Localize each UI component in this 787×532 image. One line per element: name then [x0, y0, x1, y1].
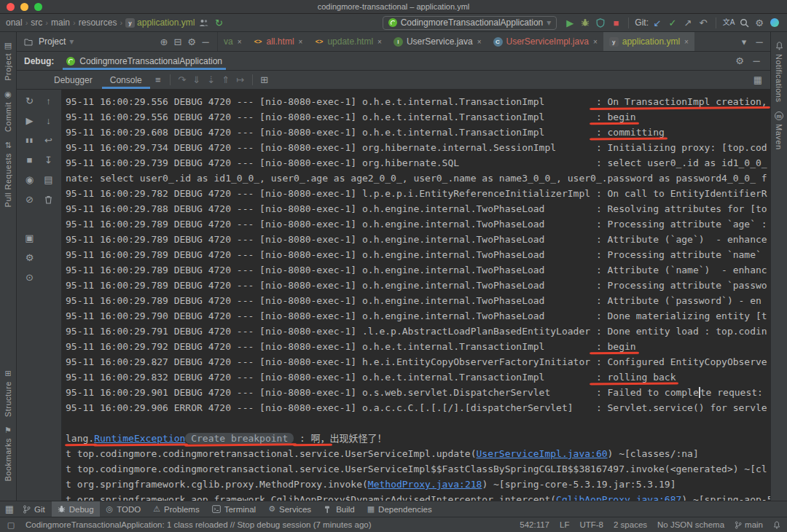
- project-panel-header[interactable]: Project ▾ ⊕ ⊟ ⚙ ─: [17, 32, 218, 51]
- mute-breakpoints-icon[interactable]: ⊘: [23, 193, 36, 206]
- editor-tab[interactable]: C UserServiceImpl.java ×: [488, 32, 603, 51]
- run-button[interactable]: ▶: [563, 16, 576, 29]
- settings-sync-icon[interactable]: [768, 16, 781, 29]
- rerun-icon[interactable]: ↻: [23, 95, 36, 107]
- breadcrumb-item-file[interactable]: application.yml: [137, 17, 195, 28]
- hide-editor-icon[interactable]: ─: [753, 35, 766, 48]
- panel-settings-icon[interactable]: ⚙: [733, 55, 746, 68]
- settings-icon[interactable]: ⚙: [753, 16, 766, 29]
- zoom-window-button[interactable]: [34, 3, 42, 11]
- close-window-button[interactable]: [7, 3, 15, 11]
- search-icon[interactable]: [737, 16, 751, 29]
- chevron-down-icon[interactable]: ▾: [69, 36, 74, 47]
- git-branch-widget[interactable]: main: [735, 520, 763, 529]
- commit-icon[interactable]: ✓: [666, 16, 679, 29]
- close-tab-icon[interactable]: ×: [477, 38, 482, 46]
- editor-tab[interactable]: va ×: [218, 32, 248, 51]
- step-over-icon[interactable]: ↷: [176, 74, 189, 87]
- restore-layout-icon[interactable]: ⊞: [258, 74, 271, 87]
- step-out-icon[interactable]: ⇑: [219, 74, 232, 87]
- update-project-icon[interactable]: ↙: [651, 16, 664, 29]
- debug-session-tab[interactable]: CodingmoreTransactionalApplication: [63, 52, 226, 70]
- hide-panel-icon[interactable]: ─: [199, 35, 212, 48]
- stop-icon[interactable]: ■: [23, 154, 36, 166]
- soft-wrap-icon[interactable]: ↩: [42, 134, 55, 146]
- stack-trace-link[interactable]: RuntimeException: [94, 433, 185, 444]
- minimize-panel-icon[interactable]: ─: [750, 55, 763, 68]
- close-tab-icon[interactable]: ×: [299, 38, 303, 46]
- tool-button-build[interactable]: Build: [318, 501, 361, 517]
- close-tab-icon[interactable]: ×: [238, 38, 242, 46]
- tool-button-dependencies[interactable]: ▦ Dependencies: [361, 501, 438, 517]
- coverage-shield-icon[interactable]: [594, 16, 607, 29]
- users-icon[interactable]: [197, 16, 210, 29]
- tab-console[interactable]: Console: [102, 71, 150, 89]
- tab-debugger[interactable]: Debugger: [46, 71, 101, 89]
- settings-icon[interactable]: ⚙: [23, 251, 36, 264]
- tool-button-terminal[interactable]: Terminal: [206, 501, 262, 517]
- tool-button-pull-requests[interactable]: ⇅ Pull Requests: [4, 141, 12, 207]
- force-step-into-icon[interactable]: ⇣: [205, 74, 218, 87]
- console-output[interactable]: 95-11 16:00:29.556 DEBUG 4720 --- [nio-8…: [62, 90, 770, 501]
- print-icon[interactable]: ▤: [42, 173, 55, 186]
- run-config-selector[interactable]: CodingmoreTransactionalApplication ▾: [383, 16, 557, 30]
- collapse-all-icon[interactable]: ⊟: [171, 35, 184, 48]
- debug-bug-icon[interactable]: [579, 16, 592, 29]
- tool-button-structure[interactable]: ⊞ Structure: [4, 369, 12, 417]
- rollback-icon[interactable]: ↶: [697, 16, 710, 29]
- menu-icon[interactable]: ≡: [152, 74, 165, 87]
- stop-button[interactable]: ■: [609, 16, 622, 29]
- stack-trace-link[interactable]: CglibAopProxy.java:687: [556, 494, 681, 501]
- pin-icon[interactable]: ⊙: [23, 271, 36, 283]
- close-tab-icon[interactable]: ×: [684, 38, 689, 46]
- tool-button-bookmarks[interactable]: ⚑ Bookmarks: [4, 426, 12, 482]
- tool-window-switcher-icon[interactable]: ▦: [3, 503, 16, 516]
- create-breakpoint-chip[interactable]: Create breakpoint: [185, 433, 294, 444]
- project-panel-title[interactable]: Project: [39, 36, 66, 47]
- layout-settings-icon[interactable]: ▦: [751, 74, 764, 87]
- locate-file-icon[interactable]: ⊕: [157, 35, 171, 48]
- tool-button-services[interactable]: ⚙ Services: [262, 501, 317, 517]
- tool-button-todo[interactable]: ◎ TODO: [101, 501, 147, 517]
- tool-button-project[interactable]: ▤ Project: [4, 42, 12, 81]
- close-tab-icon[interactable]: ×: [377, 38, 382, 46]
- thread-dump-icon[interactable]: ▣: [23, 232, 36, 244]
- push-icon[interactable]: ↗: [681, 16, 694, 29]
- editor-tab-active[interactable]: y application.yml ×: [603, 32, 694, 51]
- line-ending-indicator[interactable]: LF: [560, 520, 569, 529]
- reload-classes-icon[interactable]: ↻: [212, 16, 225, 29]
- up-stack-icon[interactable]: ↑: [42, 95, 55, 107]
- clear-console-icon[interactable]: [42, 193, 55, 206]
- pause-icon[interactable]: ▮▮: [23, 134, 36, 146]
- down-stack-icon[interactable]: ↓: [42, 114, 55, 127]
- notifications-icon[interactable]: [773, 521, 780, 529]
- editor-tab[interactable]: <> all.html ×: [248, 32, 309, 51]
- caret-position[interactable]: 542:117: [520, 520, 549, 529]
- schema-indicator[interactable]: No JSON schema: [657, 520, 724, 529]
- tool-button-problems[interactable]: ⚠ Problems: [147, 501, 205, 517]
- breadcrumb-item[interactable]: onal: [6, 17, 23, 28]
- hidden-tabs-icon[interactable]: ▾: [737, 35, 751, 48]
- indent-indicator[interactable]: 2 spaces: [614, 520, 647, 529]
- minimize-window-button[interactable]: [20, 3, 28, 11]
- stack-trace-link[interactable]: UserServiceImpl.java:60: [477, 448, 608, 459]
- editor-tab[interactable]: I UserService.java ×: [388, 32, 488, 51]
- tool-button-debug[interactable]: Debug: [52, 501, 100, 517]
- tool-button-notifications[interactable]: Notifications: [775, 42, 783, 102]
- step-into-icon[interactable]: ⇓: [190, 74, 203, 87]
- stack-trace-link[interactable]: MethodProxy.java:218: [368, 479, 482, 490]
- close-tab-icon[interactable]: ×: [593, 38, 598, 46]
- resume-icon[interactable]: ▶: [23, 114, 36, 127]
- breadcrumb-item[interactable]: main: [51, 17, 70, 28]
- view-breakpoints-icon[interactable]: ◉: [23, 173, 36, 186]
- editor-tab[interactable]: <> update.html ×: [308, 32, 388, 51]
- translate-icon[interactable]: 文A: [722, 16, 735, 29]
- scroll-to-end-icon[interactable]: ↧: [42, 154, 55, 166]
- encoding-indicator[interactable]: UTF-8: [579, 520, 603, 529]
- tool-button-git[interactable]: Git: [17, 501, 51, 517]
- breadcrumb-item[interactable]: src: [31, 17, 42, 28]
- breadcrumb-item[interactable]: resources: [79, 17, 117, 28]
- panel-settings-icon[interactable]: ⚙: [185, 35, 198, 48]
- tool-button-maven[interactable]: m Maven: [775, 112, 783, 150]
- run-to-cursor-icon[interactable]: ↦: [234, 74, 247, 87]
